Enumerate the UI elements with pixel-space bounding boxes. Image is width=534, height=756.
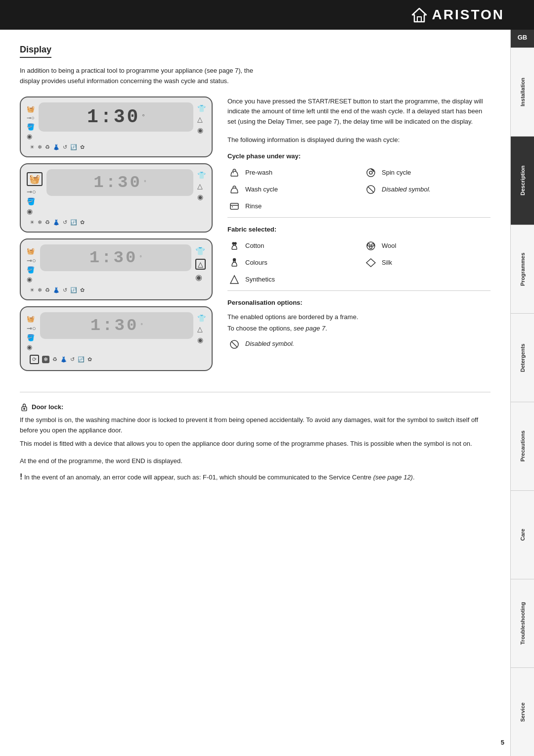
personalisation-text2: To choose the options, see page 7. [227, 324, 490, 333]
svg-line-13 [368, 187, 374, 192]
personalisation-text1: The enabled options are bordered by a fr… [227, 312, 490, 322]
svg-point-23 [372, 244, 374, 246]
panel2-icon3: 🪣 [27, 197, 43, 205]
prewash-label: Pre-wash [245, 168, 272, 178]
cotton-label: Cotton [245, 241, 264, 251]
house-icon [411, 7, 427, 23]
sidebar-item-programmes[interactable]: Programmes [511, 225, 534, 313]
panel3-active-icon: △ [195, 259, 206, 270]
panel2-active-icon: 🧺 [27, 172, 43, 186]
wash-icon [227, 184, 241, 195]
sidebar-item-care[interactable]: Care [511, 490, 534, 579]
fabric-synthetics-row: Synthetics [227, 273, 354, 286]
svg-marker-20 [230, 276, 238, 284]
rinse-icon [227, 200, 241, 212]
intro-text: In addition to being a practical tool to… [20, 66, 257, 87]
svg-line-27 [231, 341, 237, 347]
colours-icon [227, 257, 241, 269]
panel1-time: 1:30 [87, 106, 140, 128]
personalisation-heading: Personalisation options: [227, 298, 490, 308]
panel4-right-icon1: 👕 [197, 314, 206, 322]
panel2-icon4: ◉ [27, 207, 43, 215]
svg-point-29 [24, 408, 25, 409]
fabric-wool-row: Wool [364, 239, 490, 253]
cycle-spin-row: Spin cycle [364, 166, 490, 180]
cycle-prewash-row: Pre-wash [227, 166, 354, 180]
display-panels-col: 🧺 ⊸○ 🪣 ◉ 1:30 ° 👕 △ ◉ [20, 96, 213, 377]
personalisation-disabled-label: Disabled symbol. [245, 339, 294, 349]
rinse-label: Rinse [245, 201, 262, 212]
panel3-right-icon1: 👕 [195, 246, 206, 256]
svg-point-22 [368, 244, 370, 246]
panel3-icon3: 🪣 [27, 266, 36, 274]
svg-point-24 [370, 246, 372, 249]
panel2-icon2: ⊸○ [27, 188, 43, 195]
panel4-bottom-icons: ⟳ ❄ ♻ 👗 ↺ 🔃 ✿ [27, 354, 206, 365]
page-number: 5 [501, 739, 504, 746]
panel2-time: 1:30 [93, 173, 142, 192]
sidebar-tab-gb: GB [511, 30, 534, 47]
door-lock-icon [20, 403, 29, 412]
display-panel-2: 🧺 ⊸○ 🪣 ◉ 1:30 ° 👕 △ ◉ [20, 163, 213, 233]
divider2 [227, 290, 490, 291]
sidebar-item-installation[interactable]: Installation [511, 47, 534, 136]
sidebar-item-precautions[interactable]: Precautions [511, 402, 534, 490]
panel1-right-icon3: ◉ [197, 126, 206, 134]
display-panel-1: 🧺 ⊸○ 🪣 ◉ 1:30 ° 👕 △ ◉ [20, 96, 213, 157]
sidebar-item-troubleshooting[interactable]: Troubleshooting [511, 579, 534, 667]
panel3-icon1: 🧺 [27, 247, 36, 255]
fabric-cotton-row: Cotton [227, 239, 354, 253]
disabled-symbol-label: Disabled symbol. [382, 185, 431, 195]
warning-bang: ! [20, 472, 22, 481]
panel1-icon-spin: ◉ [27, 133, 35, 140]
fabric-grid: Cotton Colours [227, 239, 490, 286]
panel4-right-icon3: ◉ [197, 336, 206, 344]
once-text: Once you have pressed the START/RESET bu… [227, 96, 490, 127]
following-text: The following information is displayed d… [227, 135, 490, 145]
sidebar-item-service[interactable]: Service [511, 667, 534, 756]
sidebar: GB Installation Description Programmes D… [510, 30, 534, 756]
panel1-icon-lock: ⊸○ [27, 115, 35, 121]
right-col: Once you have pressed the START/RESET bu… [227, 96, 490, 350]
panel2-right-icon2: △ [197, 182, 206, 190]
door-lock-label: Door lock: [32, 402, 63, 413]
cotton-icon [227, 240, 241, 252]
colours-label: Colours [245, 258, 267, 268]
header-bar: ARISTON [0, 0, 534, 30]
panel2-right-icon3: ◉ [197, 193, 206, 201]
panel3-bottom-icons: ☀ ❄ ♻ 👗 ↺ 🔃 ✿ [27, 286, 206, 294]
sidebar-item-description[interactable]: Description [511, 136, 534, 225]
panel2-display: 1:30 ° [46, 169, 193, 196]
divider1 [227, 217, 490, 218]
panel1-right-icon2: △ [197, 115, 206, 123]
panel1-icon-drum: 🪣 [27, 123, 35, 131]
panel3-display: 1:30 ° [40, 244, 191, 271]
svg-point-10 [367, 169, 375, 177]
brand-logo: ARISTON [411, 7, 505, 23]
panel4-time: 1:30 [90, 316, 139, 335]
brand-name: ARISTON [432, 7, 505, 23]
spin-label: Spin cycle [382, 168, 411, 178]
sidebar-item-detergents[interactable]: Detergents [511, 313, 534, 402]
warning-body: In the event of an anomaly, an error cod… [24, 473, 415, 481]
warning-text: ! In the event of an anomaly, an error c… [20, 471, 490, 483]
panel3-right-icon3: ◉ [195, 273, 206, 282]
wool-label: Wool [382, 241, 396, 251]
wool-icon [364, 240, 378, 252]
panel1-right-icon1: 👕 [197, 104, 206, 112]
cycle-wash-row: Wash cycle [227, 183, 354, 196]
svg-point-11 [369, 171, 372, 174]
svg-marker-0 [412, 8, 426, 22]
end-text: At the end of the programme, the word EN… [20, 456, 490, 467]
door-lock-text2: This model is fitted with a device that … [20, 439, 490, 449]
panel2-right-icon1: 👕 [197, 171, 206, 179]
two-column-layout: 🧺 ⊸○ 🪣 ◉ 1:30 ° 👕 △ ◉ [20, 96, 490, 377]
panel3-time: 1:30 [89, 248, 138, 267]
synthetics-label: Synthetics [245, 275, 275, 285]
svg-marker-25 [366, 259, 375, 267]
cycle-phase-grid: Pre-wash Wash cycle [227, 166, 490, 213]
panel4-icon1: 🧺 [27, 315, 36, 323]
wash-label: Wash cycle [245, 185, 278, 195]
panel4-icon4: ◉ [27, 343, 36, 351]
door-lock-text1: If the symbol is on, the washing machine… [20, 415, 490, 436]
